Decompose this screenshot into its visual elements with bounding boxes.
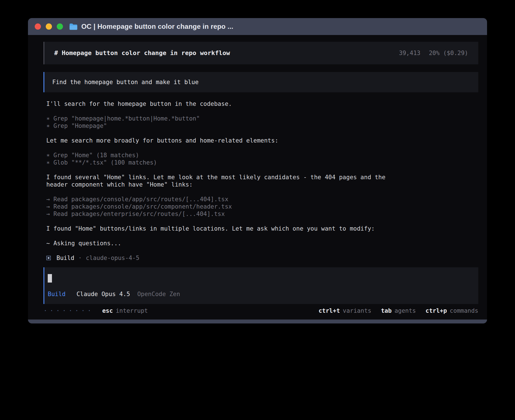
session-header: # Homepage button color change in repo w… bbox=[43, 42, 478, 64]
agents-hint: tabagents bbox=[381, 307, 416, 315]
window-title: OC | Homepage button color change in rep… bbox=[81, 23, 233, 30]
titlebar: OC | Homepage button color change in rep… bbox=[28, 18, 487, 35]
folder-icon bbox=[69, 23, 78, 30]
esc-key: esc bbox=[102, 307, 113, 314]
commands-hint: ctrl+pcommands bbox=[425, 307, 478, 315]
user-message: Find the homepage button and make it blu… bbox=[43, 72, 478, 92]
tab-key: tab bbox=[381, 307, 392, 314]
tool-call-grep: ∗ Grep "homepage|home.*button|Home.*butt… bbox=[46, 115, 399, 122]
assistant-paragraph: I'll search for the homepage button in t… bbox=[46, 100, 399, 108]
tool-call-grep: ∗ Grep "Home" (18 matches) bbox=[46, 152, 399, 159]
assistant-message: I found "Home" buttons/links in multiple… bbox=[46, 225, 399, 232]
status-bar: ········ escinterrupt ctrl+tvariants tab… bbox=[43, 307, 478, 315]
model-provider: OpenCode Zen bbox=[137, 291, 180, 298]
agent-separator: · bbox=[78, 254, 82, 262]
assistant-message: I found several "Home" links. Let me loo… bbox=[46, 174, 399, 188]
minimize-button[interactable] bbox=[46, 23, 52, 30]
assistant-paragraph: Let me search more broadly for buttons a… bbox=[46, 137, 399, 144]
tool-call-read: → Read packages/console/app/src/componen… bbox=[46, 203, 399, 210]
working-status: ~ Asking questions... bbox=[46, 240, 399, 247]
active-model[interactable]: Claude Opus 4.5 bbox=[77, 291, 130, 298]
assistant-message: Let me search more broadly for buttons a… bbox=[46, 137, 399, 144]
interrupt-label: interrupt bbox=[116, 307, 148, 314]
traffic-lights bbox=[35, 23, 63, 30]
active-agent[interactable]: Build bbox=[48, 291, 66, 298]
commands-label: commands bbox=[450, 307, 478, 314]
agent-name: Build bbox=[56, 254, 74, 262]
assistant-paragraph: ~ Asking questions... bbox=[46, 240, 399, 247]
agent-model: claude-opus-4-5 bbox=[86, 254, 139, 262]
ctrl-p-key: ctrl+p bbox=[425, 307, 447, 314]
prompt-input[interactable]: Build Claude Opus 4.5 OpenCode Zen bbox=[43, 267, 478, 304]
zoom-button[interactable] bbox=[57, 23, 63, 30]
session-title: # Homepage button color change in repo w… bbox=[54, 49, 230, 57]
shortcut-hints: ctrl+tvariants tabagents ctrl+pcommands bbox=[318, 307, 478, 315]
tool-call-group: ∗ Grep "Home" (18 matches) ∗ Glob "**/*.… bbox=[46, 152, 399, 166]
ctrl-t-key: ctrl+t bbox=[318, 307, 340, 314]
text-cursor bbox=[48, 274, 52, 283]
tool-call-glob: ∗ Glob "**/*.tsx" (100 matches) bbox=[46, 159, 399, 166]
build-agent-icon bbox=[46, 256, 51, 260]
interrupt-hint: escinterrupt bbox=[102, 307, 148, 315]
conversation: I'll search for the homepage button in t… bbox=[43, 100, 399, 262]
assistant-message: I'll search for the homepage button in t… bbox=[46, 100, 399, 108]
context-usage: 20% ($0.29) bbox=[429, 49, 468, 57]
session-stats: 39,413 20% ($0.29) bbox=[399, 49, 468, 57]
token-count: 39,413 bbox=[399, 49, 420, 57]
spinner-dots: ········ bbox=[43, 307, 94, 315]
agent-status-line: Build · claude-opus-4-5 bbox=[46, 254, 399, 262]
tool-call-group: → Read packages/console/app/src/routes/[… bbox=[46, 196, 399, 218]
terminal-window: OC | Homepage button color change in rep… bbox=[28, 18, 487, 323]
variants-label: variants bbox=[343, 307, 371, 314]
tool-call-group: ∗ Grep "homepage|home.*button|Home.*butt… bbox=[46, 115, 399, 130]
variants-hint: ctrl+tvariants bbox=[318, 307, 371, 315]
tool-call-read: → Read packages/enterprise/src/routes/[.… bbox=[46, 210, 399, 218]
assistant-paragraph: I found "Home" buttons/links in multiple… bbox=[46, 225, 399, 232]
model-line: Build Claude Opus 4.5 OpenCode Zen bbox=[48, 290, 180, 298]
assistant-paragraph: I found several "Home" links. Let me loo… bbox=[46, 174, 399, 188]
terminal-content: # Homepage button color change in repo w… bbox=[28, 35, 487, 320]
close-button[interactable] bbox=[35, 23, 41, 30]
tool-call-grep: ∗ Grep "Homepage" bbox=[46, 122, 399, 130]
tool-call-read: → Read packages/console/app/src/routes/[… bbox=[46, 196, 399, 203]
agents-label: agents bbox=[394, 307, 416, 314]
user-message-text: Find the homepage button and make it blu… bbox=[52, 78, 198, 86]
